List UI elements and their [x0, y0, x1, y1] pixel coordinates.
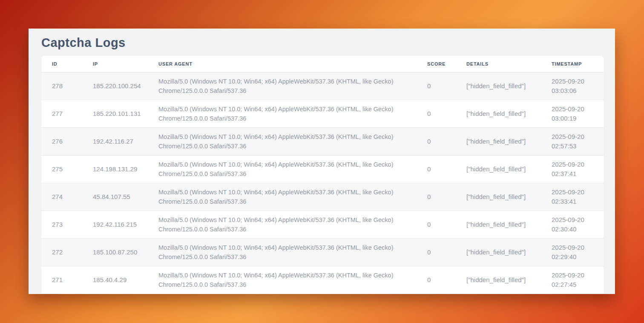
cell-score: 0: [417, 127, 456, 155]
cell-score: 0: [417, 155, 456, 183]
captcha-logs-card: Captcha Logs ID IP USER AGENT SCORE DETA…: [29, 29, 615, 294]
table-row: 278 185.220.100.254 Mozilla/5.0 (Windows…: [41, 72, 604, 100]
cell-ip: 185.100.87.250: [82, 238, 148, 266]
cell-id: 275: [41, 155, 82, 183]
cell-score: 0: [417, 183, 456, 211]
table-row: 275 124.198.131.29 Mozilla/5.0 (Windows …: [41, 155, 604, 183]
cell-id: 278: [41, 72, 82, 100]
cell-details: ["hidden_field_filled"]: [456, 127, 541, 155]
cell-user-agent: Mozilla/5.0 (Windows NT 10.0; Win64; x64…: [148, 100, 417, 127]
cell-user-agent: Mozilla/5.0 (Windows NT 10.0; Win64; x64…: [148, 183, 417, 211]
table-row: 271 185.40.4.29 Mozilla/5.0 (Windows NT …: [41, 266, 604, 294]
captcha-logs-table-container: ID IP USER AGENT SCORE DETAILS TIMESTAMP…: [41, 56, 604, 294]
cell-score: 0: [417, 211, 456, 238]
cell-score: 0: [417, 100, 456, 127]
cell-user-agent: Mozilla/5.0 (Windows NT 10.0; Win64; x64…: [148, 266, 417, 294]
cell-ip: 45.84.107.55: [82, 183, 148, 211]
cell-id: 271: [41, 266, 82, 294]
cell-timestamp: 2025-09-20 02:57:53: [541, 127, 604, 155]
page-background: Captcha Logs ID IP USER AGENT SCORE DETA…: [0, 0, 644, 323]
cell-timestamp: 2025-09-20 02:33:41: [541, 183, 604, 211]
cell-id: 277: [41, 100, 82, 127]
table-body: 278 185.220.100.254 Mozilla/5.0 (Windows…: [41, 72, 604, 294]
cell-user-agent: Mozilla/5.0 (Windows NT 10.0; Win64; x64…: [148, 238, 417, 266]
table-row: 273 192.42.116.215 Mozilla/5.0 (Windows …: [41, 211, 604, 238]
cell-timestamp: 2025-09-20 02:30:40: [541, 211, 604, 238]
table-row: 272 185.100.87.250 Mozilla/5.0 (Windows …: [41, 238, 604, 266]
table-row: 277 185.220.101.131 Mozilla/5.0 (Windows…: [41, 100, 604, 127]
cell-details: ["hidden_field_filled"]: [456, 211, 541, 238]
cell-id: 272: [41, 238, 82, 266]
column-header-ip: IP: [82, 56, 148, 72]
column-header-id: ID: [41, 56, 82, 72]
cell-details: ["hidden_field_filled"]: [456, 238, 541, 266]
cell-user-agent: Mozilla/5.0 (Windows NT 10.0; Win64; x64…: [148, 155, 417, 183]
column-header-details: DETAILS: [456, 56, 541, 72]
column-header-user-agent: USER AGENT: [148, 56, 417, 72]
cell-id: 276: [41, 127, 82, 155]
column-header-timestamp: TIMESTAMP: [541, 56, 604, 72]
cell-ip: 124.198.131.29: [82, 155, 148, 183]
table-header: ID IP USER AGENT SCORE DETAILS TIMESTAMP: [41, 56, 604, 72]
cell-ip: 192.42.116.215: [82, 211, 148, 238]
cell-ip: 185.220.101.131: [82, 100, 148, 127]
cell-ip: 185.220.100.254: [82, 72, 148, 100]
cell-timestamp: 2025-09-20 02:27:45: [541, 266, 604, 294]
cell-details: ["hidden_field_filled"]: [456, 183, 541, 211]
cell-score: 0: [417, 72, 456, 100]
cell-ip: 185.40.4.29: [82, 266, 148, 294]
cell-details: ["hidden_field_filled"]: [456, 72, 541, 100]
cell-id: 274: [41, 183, 82, 211]
cell-score: 0: [417, 238, 456, 266]
table-row: 274 45.84.107.55 Mozilla/5.0 (Windows NT…: [41, 183, 604, 211]
cell-user-agent: Mozilla/5.0 (Windows NT 10.0; Win64; x64…: [148, 127, 417, 155]
cell-score: 0: [417, 266, 456, 294]
cell-timestamp: 2025-09-20 02:37:41: [541, 155, 604, 183]
cell-details: ["hidden_field_filled"]: [456, 155, 541, 183]
cell-ip: 192.42.116.27: [82, 127, 148, 155]
cell-details: ["hidden_field_filled"]: [456, 266, 541, 294]
page-title: Captcha Logs: [29, 29, 615, 56]
captcha-logs-table: ID IP USER AGENT SCORE DETAILS TIMESTAMP…: [41, 56, 604, 294]
cell-user-agent: Mozilla/5.0 (Windows NT 10.0; Win64; x64…: [148, 211, 417, 238]
cell-timestamp: 2025-09-20 03:03:06: [541, 72, 604, 100]
cell-timestamp: 2025-09-20 02:29:40: [541, 238, 604, 266]
cell-id: 273: [41, 211, 82, 238]
cell-details: ["hidden_field_filled"]: [456, 100, 541, 127]
cell-timestamp: 2025-09-20 03:00:19: [541, 100, 604, 127]
cell-user-agent: Mozilla/5.0 (Windows NT 10.0; Win64; x64…: [148, 72, 417, 100]
table-row: 276 192.42.116.27 Mozilla/5.0 (Windows N…: [41, 127, 604, 155]
column-header-score: SCORE: [417, 56, 456, 72]
